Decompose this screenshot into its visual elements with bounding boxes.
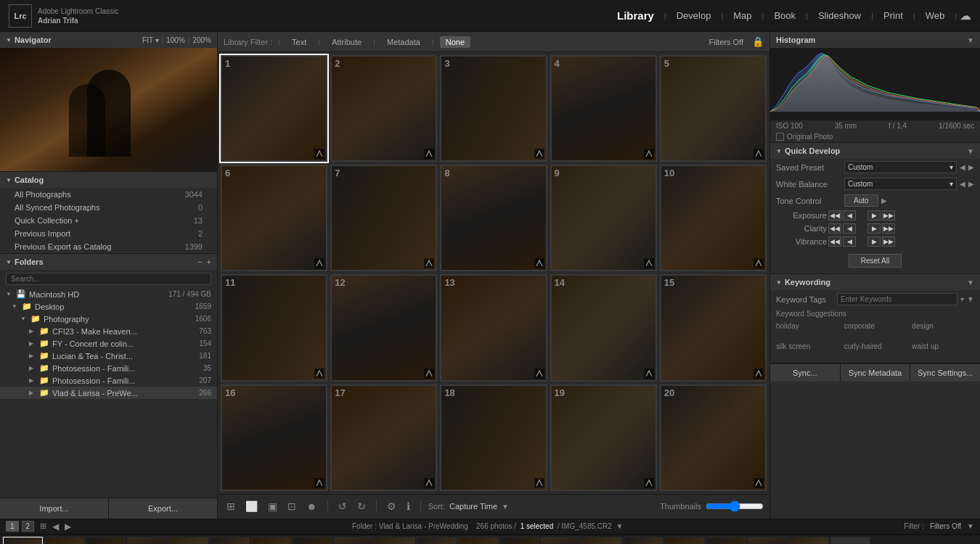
original-photo-checkbox[interactable] <box>776 133 784 141</box>
photo-cell-2[interactable]: 2 <box>330 55 437 162</box>
fs-photo-15[interactable]: 15 <box>582 537 622 544</box>
folder-vlad[interactable]: ▶ 📁 Vlad & Larisa - PreWe... 266 <box>0 387 217 399</box>
thumbnail-slider[interactable] <box>706 500 764 512</box>
folder-cfi23[interactable]: ▶ 📁 CFI23 - Make Heaven... 763 <box>0 325 217 337</box>
photo-cell-4[interactable]: 4 <box>550 55 657 162</box>
wb-arrow-left[interactable]: ◀ <box>960 180 965 188</box>
folder-photography[interactable]: ▼ 📁 Photography 1606 <box>0 313 217 325</box>
photo-cell-1[interactable]: 1 <box>221 55 327 162</box>
nav-web[interactable]: Web <box>918 7 952 24</box>
sprocket-icon[interactable]: ⚙ <box>384 499 399 514</box>
fs-photo-20[interactable]: 20 <box>789 537 829 544</box>
filmstrip-filters-off[interactable]: Filters Off <box>930 522 961 530</box>
kw-design[interactable]: design <box>912 322 974 339</box>
nav-slideshow[interactable]: Slideshow <box>811 7 868 24</box>
fs-photo-2[interactable]: 2 <box>44 537 84 544</box>
nav-map[interactable]: Map <box>726 7 759 24</box>
folder-photo2[interactable]: ▶ 📁 Photosession - Famili... 207 <box>0 374 217 387</box>
survey-icon[interactable]: ⊡ <box>285 499 299 514</box>
rotate-ccw-icon[interactable]: ↺ <box>335 499 350 514</box>
cloud-icon[interactable]: ☁ <box>960 9 971 22</box>
fs-photo-3[interactable]: 3 <box>86 537 126 544</box>
clarity-decr[interactable]: ◀ <box>843 223 856 234</box>
export-button[interactable]: Export... <box>109 498 217 519</box>
page-2-btn[interactable]: 2 <box>22 521 35 532</box>
vibrance-decr[interactable]: ◀ <box>843 236 856 247</box>
tone-arrow[interactable]: ▶ <box>881 197 887 205</box>
filmstrip-grid-icon[interactable]: ⊞ <box>40 522 46 531</box>
catalog-prev-import[interactable]: Previous Import 2 <box>0 227 217 240</box>
sync-meta-btn[interactable]: Sync Metadata <box>841 364 911 382</box>
filmstrip-prev-arrow[interactable]: ◀ <box>52 522 59 532</box>
fs-photo-1[interactable]: 1 <box>3 537 43 544</box>
fs-photo-12[interactable]: 12 <box>458 537 498 544</box>
photo-cell-19[interactable]: 19 <box>550 384 657 491</box>
folder-macintosh-hd[interactable]: ▼ 💾 Macintosh HD 171 / 494 GB <box>0 288 217 300</box>
keywording-header[interactable]: ▼ Keywording ▼ <box>770 274 980 290</box>
photo-cell-14[interactable]: 14 <box>550 274 657 381</box>
folder-photo1[interactable]: ▶ 📁 Photosession - Famili... 35 <box>0 362 217 374</box>
saved-preset-arrow-right[interactable]: ▶ <box>968 163 974 171</box>
histogram-header[interactable]: Histogram ▼ <box>770 32 980 48</box>
tone-auto-btn[interactable]: Auto <box>844 194 878 207</box>
filter-lock-icon[interactable]: 🔒 <box>752 36 764 47</box>
catalog-all-photos[interactable]: All Photographs 3044 <box>0 188 217 201</box>
photo-cell-20[interactable]: 20 <box>660 384 767 491</box>
qd-collapse[interactable]: ▼ <box>967 147 974 155</box>
grid-view-icon[interactable]: ⊞ <box>224 499 238 514</box>
fs-photo-13[interactable]: 13 <box>499 537 539 544</box>
keyword-dropdown-icon[interactable]: ▾ <box>960 295 964 303</box>
clarity-decr-dbl[interactable]: ◀◀ <box>828 223 841 234</box>
fs-photo-14[interactable]: 14 <box>541 537 581 544</box>
filter-attribute-btn[interactable]: Attribute <box>326 36 367 48</box>
keyword-input[interactable] <box>837 293 957 305</box>
photo-cell-11[interactable]: 11 <box>221 274 327 381</box>
fs-photo-16[interactable]: 16 <box>624 537 663 544</box>
quick-develop-header[interactable]: ▼ Quick Develop ▼ <box>770 143 980 159</box>
photo-cell-8[interactable]: 8 <box>440 165 547 271</box>
reset-all-btn[interactable]: Reset All <box>849 254 902 268</box>
sync-settings-btn[interactable]: Sync Settings... <box>910 364 980 382</box>
saved-preset-arrow-left[interactable]: ◀ <box>960 163 965 171</box>
photo-cell-3[interactable]: 3 <box>440 55 547 162</box>
rotate-cw-icon[interactable]: ↻ <box>354 499 369 514</box>
clarity-incr[interactable]: ▶ <box>867 223 881 234</box>
folders-minus[interactable]: − <box>197 257 202 266</box>
photo-cell-13[interactable]: 13 <box>440 274 547 381</box>
wb-arrow-right[interactable]: ▶ <box>968 180 974 188</box>
sort-value[interactable]: Capture Time <box>449 502 497 511</box>
histogram-collapse[interactable]: ▼ <box>967 36 974 44</box>
catalog-synced[interactable]: All Synced Photographs 0 <box>0 201 217 214</box>
exposure-decr[interactable]: ◀ <box>843 210 856 221</box>
keyword-expand-icon[interactable]: ▼ <box>967 295 974 303</box>
keywording-collapse[interactable]: ▼ <box>967 279 974 287</box>
photo-cell-17[interactable]: 17 <box>330 384 437 491</box>
loupe-view-icon[interactable]: ⬜ <box>242 499 261 514</box>
folders-plus[interactable]: + <box>207 257 211 266</box>
exposure-incr[interactable]: ▶ <box>867 210 881 221</box>
fs-photo-6[interactable]: 6 <box>210 537 250 544</box>
fs-photo-8[interactable]: 8 <box>293 537 332 544</box>
folder-fy[interactable]: ▶ 📁 FY - Concert de colin... 154 <box>0 337 217 350</box>
import-button[interactable]: Import... <box>0 498 109 519</box>
compare-icon[interactable]: ▣ <box>265 499 280 514</box>
photo-cell-18[interactable]: 18 <box>440 384 547 491</box>
filters-off-btn[interactable]: Filters Off <box>703 36 749 48</box>
navigator-header[interactable]: ▼ Navigator FIT ▾ | 100% | 200% <box>0 32 217 48</box>
vibrance-decr-dbl[interactable]: ◀◀ <box>828 236 841 247</box>
photo-cell-10[interactable]: 10 <box>660 165 767 271</box>
photo-cell-16[interactable]: 16 <box>221 384 327 491</box>
kw-corporate[interactable]: corporate <box>844 322 907 339</box>
filter-metadata-btn[interactable]: Metadata <box>381 36 426 48</box>
fs-photo-5[interactable]: 5 <box>168 537 208 544</box>
fs-photo-4[interactable]: 4 <box>127 537 167 544</box>
photo-cell-5[interactable]: 5 <box>660 55 767 162</box>
zoom-fit[interactable]: FIT ▾ <box>142 36 159 44</box>
nav-library[interactable]: Library <box>610 7 661 25</box>
photo-cell-15[interactable]: 15 <box>660 274 767 381</box>
fs-photo-9[interactable]: 9 <box>334 537 374 544</box>
kw-waist-up[interactable]: waist up <box>912 342 974 360</box>
info-icon[interactable]: ℹ <box>404 499 413 514</box>
fs-photo-11[interactable]: 11 <box>417 537 457 544</box>
filter-none-btn[interactable]: None <box>440 36 470 48</box>
